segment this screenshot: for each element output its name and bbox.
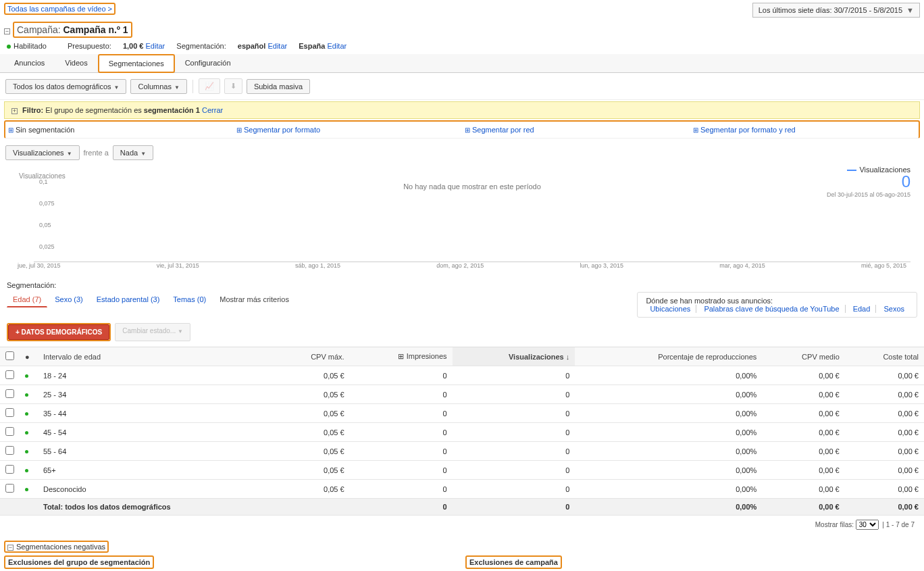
table-row[interactable]: 45 - 540,05 €000,00%0,00 €0,00 € (0, 423, 924, 442)
edit-segmentation-link[interactable]: Editar (267, 42, 287, 50)
tab-anuncios[interactable]: Anuncios (4, 54, 55, 72)
shown-youtube-keywords[interactable]: Palabras clave de búsqueda de YouTube (704, 305, 839, 313)
segment-icon: ⊞ (465, 126, 470, 134)
bulk-upload-button[interactable]: Subida masiva (247, 79, 310, 94)
demographics-table: ● Intervalo de edad CPV máx. ⊞Impresione… (0, 347, 924, 516)
shown-ubicaciones[interactable]: Ubicaciones (650, 305, 690, 313)
columns-dropdown[interactable]: Columnas▼ (130, 79, 186, 94)
row-checkbox[interactable] (5, 408, 14, 417)
chevron-down-icon: ▼ (174, 84, 180, 91)
breadcrumb[interactable]: Todas las campañas de vídeo > (4, 3, 116, 15)
campaign-meta: Habilitado Presupuesto: 1,00 € Editar Se… (7, 42, 917, 50)
collapse-icon[interactable]: − (4, 28, 10, 34)
chevron-down-icon: ▼ (114, 84, 120, 91)
criteria-more[interactable]: Mostrar más criterios (213, 292, 295, 307)
table-row[interactable]: 65+0,05 €000,00%0,00 €0,00 € (0, 461, 924, 480)
where-shown-box: Dónde se han mostrado sus anuncios: Ubic… (637, 292, 917, 318)
chart-canvas: 0,1 0,075 0,05 0,025 No hay nada que mos… (34, 174, 910, 262)
download-icon-button: ⬇ (224, 78, 242, 94)
change-status-dropdown: Cambiar estado... ▼ (115, 323, 190, 341)
table-row[interactable]: 25 - 340,05 €000,00%0,00 €0,00 € (0, 385, 924, 404)
criteria-sexo[interactable]: Sexo (3) (49, 292, 89, 307)
row-checkbox[interactable] (5, 389, 14, 398)
row-checkbox[interactable] (5, 465, 14, 474)
tab-segmentaciones[interactable]: Segmentaciones (98, 54, 175, 73)
campaign-heading: Campaña: Campaña n.º 1 (13, 22, 132, 38)
shown-edad[interactable]: Edad (853, 305, 871, 313)
expand-icon[interactable]: + (11, 108, 18, 114)
add-demographics-button[interactable]: + DATOS DEMOGRÁFICOS (8, 324, 109, 340)
close-filter-link[interactable]: Cerrar (202, 106, 223, 114)
sort-down-icon: ↓ (566, 353, 570, 361)
status-dot-icon (25, 469, 28, 472)
criteria-temas[interactable]: Temas (0) (167, 292, 212, 307)
status-dot-icon (25, 374, 28, 378)
date-range-picker[interactable]: Los últimos siete días: 30/7/2015 - 5/8/… (752, 3, 920, 18)
chart-metric-dropdown[interactable]: Visualizaciones▼ (5, 145, 80, 160)
row-checkbox[interactable] (5, 446, 14, 455)
table-row[interactable]: Desconocido0,05 €000,00%0,00 €0,00 € (0, 480, 924, 499)
row-checkbox[interactable] (5, 427, 14, 436)
filter-bar: + Filtro: El grupo de segmentación es se… (4, 101, 920, 119)
segment-network[interactable]: Segmentar por red (472, 126, 534, 134)
segment-both[interactable]: Segmentar por formato y red (700, 126, 796, 134)
select-all-checkbox[interactable] (5, 351, 14, 360)
criteria-parental[interactable]: Estado parental (3) (91, 292, 166, 307)
table-row[interactable]: 55 - 640,05 €000,00%0,00 €0,00 € (0, 442, 924, 461)
segment-none[interactable]: Sin segmentación (16, 126, 74, 134)
edit-country-link[interactable]: Editar (327, 42, 346, 50)
vs-label: frente a (84, 149, 109, 157)
segment-icon: ⊞ (693, 126, 698, 134)
chart-x-axis: jue, jul 30, 2015vie, jul 31, 2015sáb, a… (14, 262, 910, 269)
criteria-edad[interactable]: Edad (7) (7, 292, 47, 307)
segment-options-row: ⊞Sin segmentación ⊞Segmentar por formato… (4, 120, 920, 139)
negative-segments-header[interactable]: −Segmentaciones negativas (4, 541, 109, 553)
table-pager: Mostrar filas: 30 | 1 - 7 de 7 (0, 516, 924, 534)
status-dot-icon (25, 488, 28, 491)
table-row[interactable]: 18 - 240,05 €000,00%0,00 €0,00 € (0, 366, 924, 385)
chevron-down-icon: ▼ (906, 6, 914, 14)
status-dot-icon (25, 393, 28, 397)
table-row[interactable]: 35 - 440,05 €000,00%0,00 €0,00 € (0, 404, 924, 423)
demographics-dropdown[interactable]: Todos los datos demográficos▼ (5, 79, 126, 94)
chart-icon-button: 📈 (199, 78, 220, 94)
tab-configuracion[interactable]: Configuración (175, 54, 241, 72)
segmentation-label: Segmentación: (7, 281, 917, 289)
segment-icon: ⊞ (236, 126, 242, 134)
campaign-exclusions-title: Exclusiones de campaña (465, 555, 562, 569)
edit-budget-link[interactable]: Editar (146, 42, 165, 50)
row-checkbox[interactable] (5, 370, 14, 379)
segment-icon: ⊞ (8, 126, 14, 134)
tab-videos[interactable]: Videos (55, 54, 97, 72)
row-checkbox[interactable] (5, 484, 14, 493)
chart-compare-dropdown[interactable]: Nada▼ (113, 145, 153, 160)
group-exclusions-title: Exclusiones del grupo de segmentación (4, 555, 154, 569)
status-dot-icon (25, 450, 28, 453)
shown-sexos[interactable]: Sexos (883, 305, 904, 313)
status-dot-icon (7, 45, 11, 49)
status-dot-icon (25, 412, 28, 416)
rows-select[interactable]: 30 (856, 520, 879, 530)
segment-format[interactable]: Segmentar por formato (244, 126, 320, 134)
status-dot-icon (25, 431, 28, 435)
